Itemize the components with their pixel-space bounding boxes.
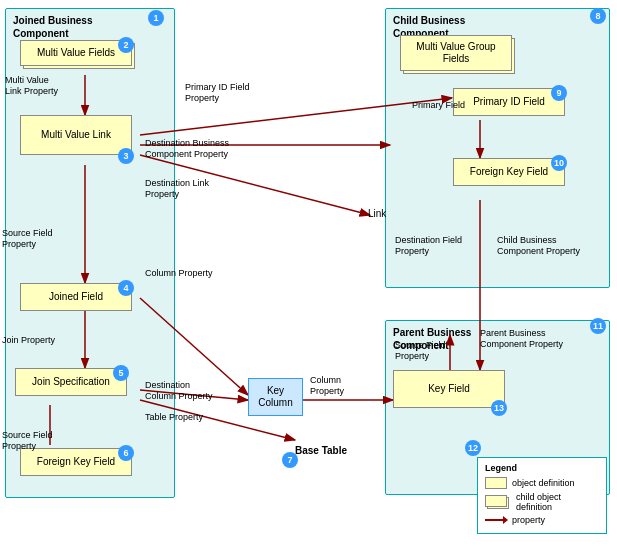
label-primary-field: Primary Field [412,100,465,111]
badge-2: 2 [118,37,134,53]
label-destination-link-property: Destination LinkProperty [145,178,209,200]
label-multi-value-link-property: Multi ValueLink Property [5,75,58,97]
badge-7: 7 [282,452,298,468]
label-primary-id-field-property: Primary ID FieldProperty [185,82,250,104]
badge-1: 1 [148,10,164,26]
label-destination-bc-property: Destination BusinessComponent Property [145,138,229,160]
joined-field-box: Joined Field [20,283,132,311]
multi-value-fields-box: Multi Value Fields [20,40,132,66]
label-source-field-property-1: Source FieldProperty [2,228,53,250]
legend-child-object-def: child object definition [485,492,599,512]
multi-value-link-box: Multi Value Link [20,115,132,155]
label-column-property-2: ColumnProperty [310,375,344,397]
label-parent-bc-property: Parent BusinessComponent Property [480,328,563,350]
label-source-field-property-2: Source FieldProperty [395,340,446,362]
legend: Legend object definition child object de… [477,457,607,534]
key-field-box: Key Field [393,370,505,408]
legend-arrow-icon [485,519,507,521]
join-specification-box: Join Specification [15,368,127,396]
multi-value-group-fields-box: Multi Value Group Fields [400,35,512,71]
legend-object-def: object definition [485,477,599,489]
badge-11: 11 [590,318,606,334]
label-column-property-1: Column Property [145,268,213,279]
badge-6: 6 [118,445,134,461]
badge-8: 8 [590,8,606,24]
legend-object-def-label: object definition [512,478,575,488]
foreign-key-field-child-box: Foreign Key Field [453,158,565,186]
diagram: Joined BusinessComponent Child BusinessC… [0,0,617,546]
label-child-bc-property: Child BusinessComponent Property [497,235,580,257]
badge-3: 3 [118,148,134,164]
badge-10: 10 [551,155,567,171]
badge-5: 5 [113,365,129,381]
badge-13: 13 [491,400,507,416]
link-label: Link [368,208,386,219]
primary-id-field-box: Primary ID Field [453,88,565,116]
badge-4: 4 [118,280,134,296]
key-column-box: Key Column [248,378,303,416]
legend-box-object [485,477,507,489]
base-table-label: Base Table [295,445,347,456]
legend-title: Legend [485,463,599,473]
legend-property-label: property [512,515,545,525]
label-destination-column-property: DestinationColumn Property [145,380,213,402]
legend-property: property [485,515,599,525]
label-source-field-property-3: Source FieldProperty [2,430,53,452]
badge-12: 12 [465,440,481,456]
foreign-key-field-joined-box: Foreign Key Field [20,448,132,476]
legend-child-object-def-label: child object definition [516,492,599,512]
label-join-property: Join Property [2,335,55,346]
label-destination-field-property: Destination FieldProperty [395,235,462,257]
joined-section-label: Joined BusinessComponent [13,14,92,40]
badge-9: 9 [551,85,567,101]
label-table-property: Table Property [145,412,203,423]
